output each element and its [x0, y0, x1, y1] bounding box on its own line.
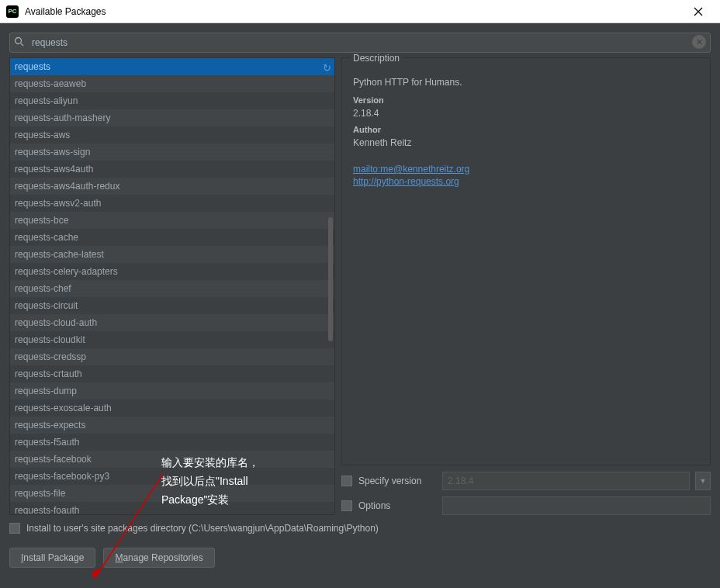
svg-point-0	[16, 38, 22, 44]
package-item[interactable]: requests-aliyun	[10, 92, 334, 109]
author-label: Author	[353, 125, 699, 134]
package-list-panel: requests↻requests-aeawebrequests-aliyunr…	[9, 57, 335, 515]
author-email-link[interactable]: mailto:me@kennethreitz.org	[353, 164, 699, 175]
package-item[interactable]: requests-celery-adapters	[10, 263, 334, 280]
specify-version-label: Specify version	[358, 476, 436, 486]
author-value: Kenneth Reitz	[353, 137, 699, 148]
package-item[interactable]: requests-expects	[10, 417, 334, 434]
package-item[interactable]: requests-circuit	[10, 297, 334, 314]
svg-marker-2	[92, 568, 101, 579]
package-item[interactable]: requests-aws4auth	[10, 161, 334, 178]
version-dropdown-icon[interactable]: ▼	[695, 472, 711, 490]
package-item[interactable]: requests-cloud-auth	[10, 314, 334, 331]
package-item[interactable]: requests-dump	[10, 382, 334, 399]
description-box: Description Python HTTP for Humans. Vers…	[341, 57, 711, 465]
package-item[interactable]: requests-awsv2-auth	[10, 195, 334, 212]
package-item[interactable]: requests-cache-latest	[10, 246, 334, 263]
specify-version-checkbox[interactable]	[341, 476, 352, 486]
package-item[interactable]: requests-aeaweb	[10, 75, 334, 92]
project-url-link[interactable]: http://python-requests.org	[353, 176, 699, 187]
package-item[interactable]: requests-aws	[10, 126, 334, 144]
clear-search-icon[interactable]: ✕	[692, 35, 706, 49]
install-to-user-checkbox[interactable]	[9, 523, 20, 534]
package-item[interactable]: requests-f5auth	[10, 434, 334, 451]
specify-version-input	[442, 472, 690, 490]
package-item[interactable]: requests-foauth	[10, 502, 334, 514]
package-item[interactable]: requests-aws4auth-redux	[10, 178, 334, 195]
close-icon	[694, 7, 703, 16]
package-item[interactable]: requests-credssp	[10, 348, 334, 365]
description-legend: Description	[350, 53, 403, 64]
install-to-user-row: Install to user's site packages director…	[9, 523, 711, 534]
options-input	[442, 496, 711, 515]
refresh-icon[interactable]: ↻	[323, 60, 331, 77]
version-value: 2.18.4	[353, 108, 699, 119]
package-item[interactable]: requests-auth-mashery	[10, 109, 334, 126]
options-checkbox[interactable]	[341, 500, 352, 511]
version-label: Version	[353, 95, 699, 105]
install-to-user-label: Install to user's site packages director…	[26, 523, 379, 534]
description-panel: Description Python HTTP for Humans. Vers…	[341, 57, 711, 515]
titlebar: PC Available Packages	[0, 0, 720, 23]
options-label: Options	[358, 500, 436, 511]
package-item[interactable]: requests-chef	[10, 280, 334, 297]
package-list[interactable]: requests↻requests-aeawebrequests-aliyunr…	[9, 57, 335, 515]
options-row: Options	[341, 496, 711, 515]
package-item[interactable]: requests-exoscale-auth	[10, 399, 334, 417]
close-button[interactable]	[683, 0, 714, 23]
package-summary: Python HTTP for Humans.	[353, 77, 699, 88]
search-icon	[14, 36, 25, 50]
manage-repositories-button[interactable]: Manage Repositories	[103, 548, 214, 568]
package-item[interactable]: requests-facebook	[10, 451, 334, 468]
package-item[interactable]: requests-file	[10, 485, 334, 502]
dialog-content: ✕ requests↻requests-aeawebrequests-aliyu…	[0, 23, 720, 588]
package-item[interactable]: requests-cloudkit	[10, 331, 334, 348]
package-item[interactable]: requests-aws-sign	[10, 144, 334, 161]
specify-version-row: Specify version ▼	[341, 472, 711, 490]
package-item[interactable]: requests-crtauth	[10, 365, 334, 382]
button-row: Install Package Manage Repositories	[9, 548, 711, 568]
search-field-wrap: ✕	[9, 33, 711, 53]
scrollbar-thumb[interactable]	[328, 217, 333, 341]
package-item[interactable]: requests-bce	[10, 212, 334, 229]
package-item[interactable]: requests-cache	[10, 229, 334, 246]
install-package-button[interactable]: Install Package	[9, 548, 95, 568]
package-item[interactable]: requests-facebook-py3	[10, 468, 334, 485]
package-item[interactable]: requests↻	[10, 58, 334, 75]
app-icon: PC	[6, 5, 19, 18]
window-title: Available Packages	[25, 6, 106, 17]
search-input[interactable]	[9, 33, 711, 53]
